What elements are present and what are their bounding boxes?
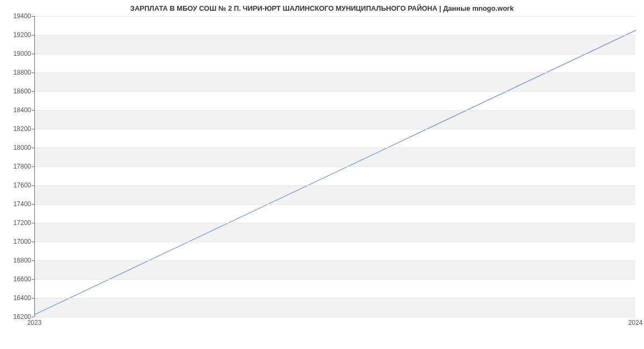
y-gridline <box>35 185 635 186</box>
chart-container: ЗАРПЛАТА В МБОУ СОШ № 2 П. ЧИРИ-ЮРТ ШАЛИ… <box>0 0 644 349</box>
y-gridline <box>35 35 635 35</box>
y-tick-label: 19000 <box>4 50 31 57</box>
y-gridline <box>35 54 635 54</box>
y-tick-mark <box>32 35 34 35</box>
y-tick-mark <box>32 298 34 299</box>
chart-title: ЗАРПЛАТА В МБОУ СОШ № 2 П. ЧИРИ-ЮРТ ШАЛИ… <box>0 4 644 12</box>
y-tick-mark <box>32 223 34 223</box>
y-gridline <box>35 16 635 17</box>
y-gridline <box>35 110 635 111</box>
plot-area <box>34 16 635 317</box>
y-tick-mark <box>32 16 34 17</box>
x-tick-label: 2024 <box>628 319 643 326</box>
y-tick-mark <box>32 242 34 242</box>
y-gridline <box>35 91 635 92</box>
y-tick-mark <box>32 260 34 261</box>
y-tick-mark <box>32 185 34 186</box>
y-tick-label: 16600 <box>4 275 31 283</box>
y-tick-label: 17600 <box>4 181 31 189</box>
x-tick-label: 2023 <box>27 319 42 326</box>
y-gridline <box>35 279 635 280</box>
y-gridline <box>35 204 635 205</box>
y-gridline <box>35 260 635 261</box>
y-tick-label: 17200 <box>4 219 31 227</box>
y-tick-label: 16800 <box>4 257 31 264</box>
y-tick-label: 16400 <box>4 294 31 302</box>
y-tick-mark <box>32 72 34 73</box>
y-gridline <box>35 223 635 223</box>
y-tick-label: 18200 <box>4 125 31 133</box>
y-tick-label: 17400 <box>4 200 31 208</box>
y-tick-mark <box>32 110 34 111</box>
y-tick-mark <box>32 317 34 317</box>
y-gridline <box>35 129 635 129</box>
y-gridline <box>35 317 635 317</box>
y-gridline <box>35 166 635 167</box>
y-tick-label: 18600 <box>4 88 31 95</box>
y-tick-mark <box>32 204 34 205</box>
y-tick-mark <box>32 166 34 167</box>
y-tick-mark <box>32 148 34 148</box>
y-tick-label: 19400 <box>4 12 31 20</box>
y-gridline <box>35 298 635 299</box>
y-tick-mark <box>32 129 34 129</box>
y-gridline <box>35 242 635 242</box>
y-tick-mark <box>32 279 34 280</box>
y-tick-label: 18000 <box>4 144 31 151</box>
y-tick-label: 17800 <box>4 163 31 170</box>
y-tick-label: 18800 <box>4 69 31 76</box>
y-tick-mark <box>32 91 34 92</box>
y-tick-label: 17000 <box>4 238 31 245</box>
y-gridline <box>35 148 635 148</box>
y-tick-label: 18400 <box>4 106 31 114</box>
y-tick-mark <box>32 54 34 54</box>
y-gridline <box>35 72 635 73</box>
y-tick-label: 19200 <box>4 31 31 39</box>
